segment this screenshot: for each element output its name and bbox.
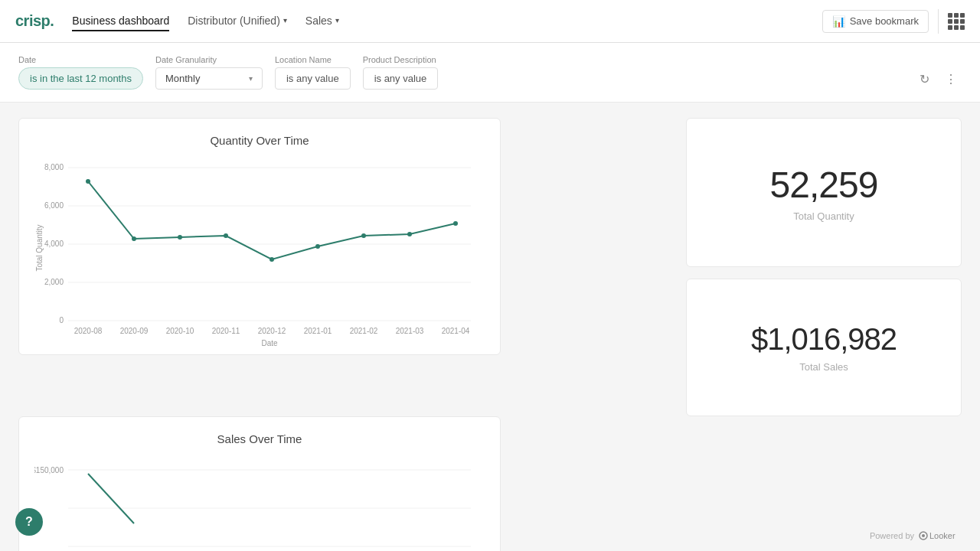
svg-text:Total Quantity: Total Quantity <box>35 224 44 271</box>
svg-text:Date: Date <box>261 339 278 347</box>
svg-point-23 <box>178 235 182 240</box>
nav-right: 📊 Save bookmark <box>822 9 965 34</box>
main-content: Quantity Over Time 8,000 6,000 4,000 2,0… <box>0 103 980 551</box>
sales-chart-title: Sales Over Time <box>34 432 485 445</box>
product-filter-label: Product Description <box>363 55 439 64</box>
chevron-down-icon: ▾ <box>283 16 287 24</box>
save-bookmark-button[interactable]: 📊 Save bookmark <box>822 10 929 33</box>
svg-text:2020-10: 2020-10 <box>166 327 194 335</box>
svg-text:2021-03: 2021-03 <box>396 327 424 335</box>
svg-point-21 <box>86 179 90 184</box>
svg-text:Looker: Looker <box>929 531 956 540</box>
bookmark-icon: 📊 <box>832 15 845 28</box>
svg-point-26 <box>315 244 320 249</box>
svg-text:2020-12: 2020-12 <box>258 327 286 335</box>
chevron-down-icon: ▾ <box>249 74 253 83</box>
svg-point-22 <box>132 236 136 241</box>
nav-link-sales[interactable]: Sales ▾ <box>305 11 339 31</box>
svg-text:2020-08: 2020-08 <box>74 327 103 335</box>
quantity-chart-title: Quantity Over Time <box>34 134 485 147</box>
apps-icon[interactable] <box>948 13 965 30</box>
date-filter-group: Date is in the last 12 months <box>18 55 143 90</box>
svg-text:4,000: 4,000 <box>44 240 64 248</box>
nav-link-business-dashboard[interactable]: Business dashboard <box>72 11 169 31</box>
logo-text: crisp. <box>15 12 54 29</box>
svg-text:2021-02: 2021-02 <box>350 327 378 335</box>
svg-text:2021-04: 2021-04 <box>442 327 470 335</box>
sales-over-time-card: Sales Over Time $150,000 <box>18 416 501 551</box>
total-sales-card: $1,016,982 Total Sales <box>686 279 962 416</box>
location-filter-label: Location Name <box>275 55 351 64</box>
product-filter-group: Product Description is any value <box>363 55 439 90</box>
svg-text:0: 0 <box>59 316 64 324</box>
date-filter-label: Date <box>18 55 143 64</box>
more-options-button[interactable]: ⋮ <box>940 69 962 90</box>
quantity-over-time-card: Quantity Over Time 8,000 6,000 4,000 2,0… <box>18 118 501 355</box>
svg-text:2,000: 2,000 <box>44 278 64 286</box>
location-filter-button[interactable]: is any value <box>275 67 351 90</box>
total-quantity-card: 52,259 Total Quantity <box>686 118 962 267</box>
total-sales-label: Total Sales <box>799 361 848 373</box>
chevron-down-icon: ▾ <box>335 16 339 24</box>
svg-text:6,000: 6,000 <box>44 201 64 210</box>
svg-point-27 <box>361 233 366 238</box>
svg-point-25 <box>270 257 274 262</box>
granularity-filter-label: Date Granularity <box>155 55 263 64</box>
quantity-chart-svg: 8,000 6,000 4,000 2,000 0 Total Quantity… <box>34 156 479 347</box>
divider <box>938 9 939 34</box>
svg-text:2020-09: 2020-09 <box>120 327 149 335</box>
total-quantity-label: Total Quantity <box>793 210 854 222</box>
refresh-button[interactable]: ↻ <box>915 69 934 90</box>
product-filter-button[interactable]: is any value <box>363 67 439 90</box>
location-filter-group: Location Name is any value <box>275 55 351 90</box>
filter-bar-actions: ↻ ⋮ <box>915 69 962 90</box>
nav-link-distributor[interactable]: Distributor (Unified) ▾ <box>188 11 287 31</box>
total-quantity-value: 52,259 <box>770 164 878 206</box>
powered-by: Powered by Looker <box>870 530 965 542</box>
logo: crisp. <box>15 12 54 30</box>
svg-point-29 <box>453 221 458 226</box>
total-sales-value: $1,016,982 <box>751 322 897 357</box>
svg-text:$150,000: $150,000 <box>34 466 64 474</box>
svg-text:2020-11: 2020-11 <box>212 327 240 335</box>
granularity-dropdown[interactable]: Monthly ▾ <box>155 67 263 90</box>
svg-point-24 <box>224 233 228 238</box>
granularity-filter-group: Date Granularity Monthly ▾ <box>155 55 263 90</box>
top-nav: crisp. Business dashboard Distributor (U… <box>0 0 980 43</box>
svg-text:2021-01: 2021-01 <box>304 327 332 335</box>
date-filter-pill[interactable]: is in the last 12 months <box>18 67 143 90</box>
svg-point-35 <box>922 534 925 537</box>
looker-logo: Looker <box>919 530 965 542</box>
help-button[interactable]: ? <box>15 508 43 536</box>
svg-point-28 <box>407 232 412 236</box>
filter-bar: Date is in the last 12 months Date Granu… <box>0 43 980 103</box>
svg-text:8,000: 8,000 <box>44 163 64 171</box>
sales-chart-svg: $150,000 <box>34 455 479 551</box>
nav-left: crisp. Business dashboard Distributor (U… <box>15 11 339 31</box>
